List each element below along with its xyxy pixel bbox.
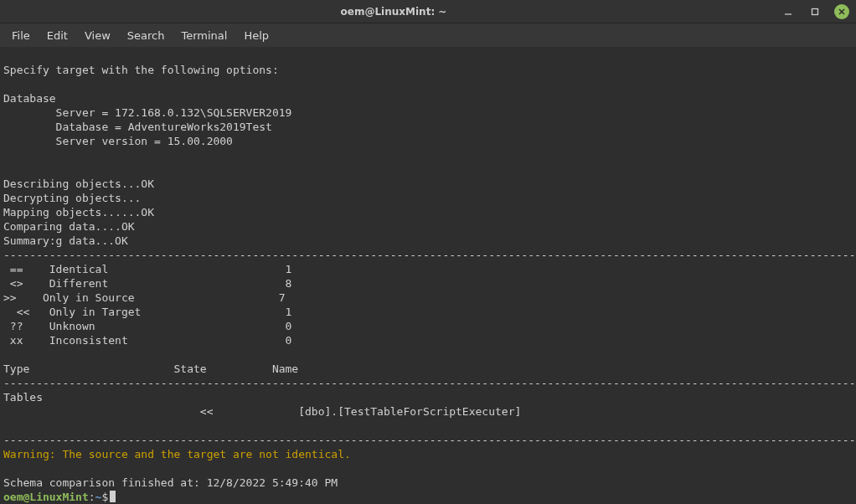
output-line: Server = 172.168.0.132\SQLSERVER2019 — [3, 106, 291, 119]
menu-terminal[interactable]: Terminal — [173, 26, 235, 45]
output-divider: ----------------------------------------… — [3, 249, 856, 261]
window-controls — [781, 4, 849, 19]
table-header: Type State Name — [3, 363, 298, 375]
table-section: Tables — [3, 391, 43, 404]
summary-row: ?? Unknown 0 — [3, 320, 291, 332]
output-line: Database — [3, 92, 56, 105]
window-title: oem@LinuxMint: ~ — [7, 6, 781, 18]
output-line: Mapping objects......OK — [3, 206, 154, 219]
menu-view[interactable]: View — [76, 26, 119, 45]
summary-row: << Only in Target 1 — [3, 306, 291, 318]
output-divider: ----------------------------------------… — [3, 434, 856, 446]
finish-line: Schema comparison finished at: 12/8/2022… — [3, 476, 338, 489]
close-icon — [838, 8, 846, 16]
output-line: Summary:g data...OK — [3, 234, 128, 247]
output-line: Server version = 15.00.2000 — [3, 135, 233, 147]
summary-row: >> Only in Source 7 — [3, 291, 286, 304]
menu-file[interactable]: File — [3, 26, 39, 45]
minimize-icon — [784, 8, 792, 16]
summary-row: == Identical 1 — [3, 263, 291, 275]
prompt-line: oem@LinuxMint:~$ — [3, 491, 116, 503]
summary-row: xx Inconsistent 0 — [3, 334, 291, 347]
titlebar: oem@LinuxMint: ~ — [0, 0, 856, 23]
minimize-button[interactable] — [781, 4, 796, 19]
menu-edit[interactable]: Edit — [39, 26, 76, 45]
output-line: Decrypting objects... — [3, 192, 141, 204]
maximize-button[interactable] — [807, 4, 822, 19]
table-row: << [dbo].[TestTableForScriptExecuter] — [3, 405, 521, 418]
warning-line: Warning: The source and the target are n… — [3, 448, 351, 460]
output-line: Describing objects...OK — [3, 177, 154, 190]
maximize-icon — [811, 8, 819, 16]
menubar: File Edit View Search Terminal Help — [0, 23, 856, 47]
prompt-dollar: $ — [101, 491, 108, 503]
cursor — [110, 491, 116, 502]
prompt-sep: : — [89, 491, 95, 503]
output-line: Comparing data....OK — [3, 220, 135, 233]
menu-search[interactable]: Search — [119, 26, 173, 45]
output-line: Specify target with the following option… — [3, 64, 279, 76]
output-line: Database = AdventureWorks2019Test — [3, 121, 272, 133]
close-button[interactable] — [834, 4, 849, 19]
output-divider: ----------------------------------------… — [3, 377, 856, 389]
terminal-body[interactable]: Specify target with the following option… — [0, 47, 856, 504]
svg-rect-1 — [812, 8, 818, 14]
menu-help[interactable]: Help — [235, 26, 277, 45]
summary-row: <> Different 8 — [3, 277, 291, 290]
prompt-user: oem@LinuxMint — [3, 491, 89, 503]
